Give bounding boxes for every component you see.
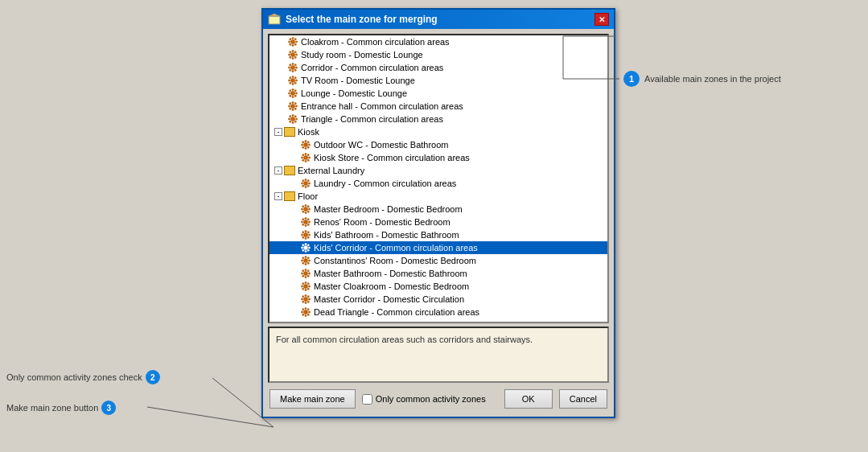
svg-point-28 [294,64,296,66]
only-common-zones-checkbox[interactable] [362,394,372,405]
expand-icon[interactable]: - [274,192,282,200]
make-main-zone-button[interactable]: Make main zone [269,389,356,409]
expand-icon[interactable]: - [274,166,282,175]
svg-point-70 [301,144,302,146]
svg-point-84 [308,183,310,184]
folder-icon [284,166,295,175]
svg-point-72 [305,140,306,142]
tree-item[interactable]: -Kiosk [269,125,607,138]
tree-item[interactable]: Laundry - Common circulation areas [269,177,607,190]
tree-item[interactable]: Master Bedroom - Domestic Bedroom [269,203,607,216]
svg-point-120 [308,247,310,249]
svg-point-115 [301,234,302,236]
svg-point-127 [307,244,309,246]
svg-point-123 [302,249,304,251]
svg-point-71 [302,142,304,143]
svg-point-96 [302,211,304,212]
svg-point-61 [288,118,290,120]
svg-point-40 [294,95,296,97]
tree-item[interactable]: Master Cloakroom - Domestic Bedroom [269,280,607,293]
gear-icon [287,75,298,86]
gear-icon [287,49,298,60]
annotation-1: 1 Available main zones in the project [623,71,781,87]
zone-label: TV Room - Domestic Lounge [301,76,415,85]
svg-point-38 [291,92,295,96]
svg-point-116 [302,232,304,233]
dialog-icon [268,13,281,26]
gear-icon [300,306,311,318]
tree-item[interactable]: Constantinos' Room - Domestic Bedroom [269,254,607,267]
svg-point-35 [290,77,291,79]
gear-icon [300,139,311,150]
tree-item[interactable]: Triangle - Common circulation areas [269,113,607,125]
svg-point-151 [301,286,302,287]
tree-item[interactable]: TV Room - Domestic Lounge [269,74,607,87]
svg-point-85 [307,185,309,187]
svg-point-112 [307,236,309,238]
tree-item[interactable]: Outdoor WC - Domestic Bathroom [269,138,607,151]
gear-icon [287,36,298,47]
dialog-body: Cloakrom - Common circulation areas Stud… [263,29,614,417]
tree-item[interactable]: Master Bathroom - Domestic Bathroom [269,267,607,280]
gear-icon [287,113,298,125]
svg-point-69 [302,146,304,148]
tree-item[interactable]: Dead Triangle - Common circulation areas [269,306,607,318]
expand-icon[interactable]: - [274,128,282,136]
svg-point-105 [302,224,304,225]
annotation-2-text: Only common activity zones check [6,372,142,382]
title-bar-left: Select the main zone for merging [268,13,438,26]
svg-point-99 [305,204,306,206]
only-common-zones-label[interactable]: Only common activity zones [362,394,486,405]
zone-tree[interactable]: Cloakrom - Common circulation areas Stud… [268,34,609,323]
tree-item[interactable]: Cloakrom - Common circulation areas [269,35,607,48]
svg-point-14 [292,57,294,59]
zone-label: Master Corridor - Domestic Circulation [314,294,464,304]
svg-point-137 [304,272,308,276]
svg-point-100 [307,206,309,208]
annotation-3: Make main zone button 3 [6,401,116,415]
svg-point-143 [302,270,304,272]
svg-point-86 [305,186,306,187]
zone-label: Triangle - Common circulation areas [301,114,443,124]
tree-item[interactable]: Study room - Domestic Lounge [269,48,607,61]
ok-button[interactable]: OK [504,389,553,409]
tree-item[interactable]: -External Laundry [269,164,607,177]
svg-point-68 [305,147,306,149]
gear-icon [300,268,311,279]
zone-label: Kiosk Store - Common circulation areas [314,153,470,162]
svg-point-168 [302,314,304,315]
svg-point-155 [304,298,308,302]
zone-label: Laundry - Common circulation areas [314,179,456,188]
svg-point-153 [305,281,306,283]
svg-point-43 [288,92,290,94]
annotation-2: Only common activity zones check 2 [6,370,160,384]
svg-point-136 [307,257,309,259]
svg-point-92 [304,208,308,212]
svg-point-7 [288,41,290,43]
svg-point-107 [302,219,304,220]
svg-point-17 [290,51,291,53]
close-button[interactable]: ✕ [594,13,609,26]
svg-point-39 [295,92,297,94]
tree-item[interactable]: Lounge - Domestic Lounge [269,87,607,100]
gear-icon [300,281,311,292]
zone-label: Entrance hall - Common circulation areas [301,101,463,111]
tree-item[interactable]: Kiosk Store - Common circulation areas [269,151,607,164]
svg-point-148 [307,288,309,290]
folder-icon [284,191,295,201]
tree-item[interactable]: Corridor - Common circulation areas [269,61,607,74]
tree-item[interactable]: -Floor [269,190,607,203]
zone-label: Dead Triangle - Common circulation areas [314,307,479,317]
zone-label: Lounge - Domestic Lounge [301,88,407,98]
svg-point-88 [301,183,302,184]
tree-item[interactable]: Renos' Room - Domestic Bedroom [269,216,607,228]
tree-item[interactable]: Kids' Bathroom - Domestic Bathroom [269,228,607,241]
tree-item[interactable]: Master Corridor - Domestic Circulation [269,293,607,306]
zone-label: Study room - Domestic Lounge [301,50,423,60]
svg-point-134 [302,257,304,259]
tree-item[interactable]: Kids' Corridor - Common circulation area… [269,241,607,254]
svg-point-66 [308,144,310,146]
cancel-button[interactable]: Cancel [559,389,607,409]
tree-item[interactable]: Entrance hall - Common circulation areas [269,100,607,113]
group-label: Kiosk [298,127,319,137]
